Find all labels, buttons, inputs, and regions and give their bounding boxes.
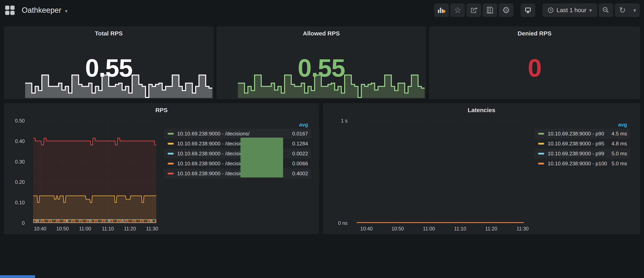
x-axis-tick-label: 11:00 <box>415 226 443 232</box>
save-icon <box>486 6 494 14</box>
x-axis-tick-label: 11:30 <box>138 226 166 232</box>
latencies-legend-table: avg10.10.69.238:9000 - p904.5 ms10.10.69… <box>534 121 630 168</box>
legend-overlay-box <box>240 138 283 177</box>
stat-value: 0.55 <box>4 53 213 82</box>
monitor-icon <box>524 6 532 14</box>
legend-avg-value: 0.0022 <box>288 151 308 157</box>
legend-avg-value: 5.0 ms <box>608 151 627 157</box>
y-axis-tick-label: 0.40 <box>4 138 25 144</box>
stat-value: 0.55 <box>217 53 426 82</box>
legend-row[interactable]: 10.10.69.238:9000 - p954.8 ms <box>534 139 630 149</box>
time-range-label: Last 1 hour <box>556 7 586 13</box>
add-panel-icon <box>437 6 446 14</box>
cycle-view-mode-button[interactable] <box>521 3 535 17</box>
panel-title[interactable]: RPS <box>4 107 319 113</box>
legend-avg-value: 0.0066 <box>288 161 308 167</box>
legend-row[interactable]: 10.10.69.238:9000 - /decisions/0.0022 <box>164 149 311 159</box>
panel-rps-graph: RPS avg10.10.69.238:9000 - /decisions/0.… <box>4 103 319 234</box>
add-row-button[interactable] <box>0 275 35 278</box>
rps-chart-plot[interactable] <box>33 121 156 223</box>
legend-row[interactable]: 10.10.69.238:9000 - p904.5 ms <box>534 129 630 139</box>
panel-title[interactable]: Denied RPS <box>429 30 640 37</box>
legend-series-label: 10.10.69.238:9000 - /decisions/ <box>177 161 250 167</box>
legend-avg-value: 5.0 ms <box>608 161 627 167</box>
legend-row[interactable]: 10.10.69.238:9000 - p995.0 ms <box>534 149 630 159</box>
series-color-swatch[interactable] <box>168 143 174 145</box>
stat-value: 0 <box>429 53 640 82</box>
zoom-out-time-button[interactable] <box>599 3 613 17</box>
star-dashboard-button[interactable]: ☆ <box>450 3 465 17</box>
chevron-down-icon: ▾ <box>589 7 592 13</box>
legend-series-label: 10.10.69.238:9000 - p99 <box>548 151 604 157</box>
grafana-dashboard: { "navbar": { "title": "Oathkeeper", "ti… <box>0 0 644 278</box>
dashboard-title: Oathkeeper <box>22 6 62 14</box>
share-icon <box>470 6 478 14</box>
time-range-picker[interactable]: Last 1 hour ▾ <box>543 3 597 17</box>
star-icon: ☆ <box>454 6 461 14</box>
series-color-swatch[interactable] <box>538 133 544 135</box>
share-dashboard-button[interactable] <box>466 3 481 17</box>
legend-series-label: 10.10.69.238:9000 - /decisions/ <box>177 170 250 177</box>
x-axis-tick-label: 11:10 <box>446 226 474 232</box>
gridline <box>33 223 156 223</box>
legend-avg-value: 0.1284 <box>288 141 308 147</box>
legend-avg-header: avg <box>534 121 630 129</box>
panel-denied-rps: Denied RPS 0 <box>429 27 640 99</box>
x-axis-tick-label: 11:20 <box>477 226 505 232</box>
panel-title[interactable]: Total RPS <box>4 30 213 37</box>
y-axis-tick-label: 0 <box>4 220 25 226</box>
series-color-swatch[interactable] <box>538 153 544 155</box>
y-axis-tick-label: 0.20 <box>4 179 25 185</box>
x-axis-tick-label: 10:40 <box>352 226 380 232</box>
y-axis-tick-label: 1 s <box>323 117 348 124</box>
panel-title[interactable]: Latencies <box>323 107 640 113</box>
chevron-down-icon: ▾ <box>65 8 68 14</box>
save-dashboard-button[interactable] <box>483 3 497 17</box>
legend-avg-value: 0.0167 <box>288 131 308 137</box>
legend-row[interactable]: 10.10.69.238:9000 - /decisions/0.1284 <box>164 139 311 149</box>
y-axis-tick-label: 0.50 <box>4 117 25 124</box>
legend-series-label: 10.10.69.238:9000 - p100 <box>548 161 607 167</box>
clock-icon <box>548 7 554 13</box>
series-color-swatch[interactable] <box>538 143 544 145</box>
chevron-down-icon: ▾ <box>633 7 636 13</box>
legend-avg-value: 4.8 ms <box>608 141 627 147</box>
refresh-icon: ↻ <box>619 6 626 14</box>
series-color-swatch[interactable] <box>168 173 174 174</box>
navbar-actions: ☆ ⚙ <box>432 3 640 17</box>
series-color-swatch[interactable] <box>168 153 174 155</box>
legend-series-label: 10.10.69.238:9000 - /decisions/ <box>177 151 250 157</box>
y-axis-tick-label: 0.10 <box>4 199 25 206</box>
legend-row[interactable]: 10.10.69.238:9000 - /decisions/0.0066 <box>164 159 311 168</box>
panel-total-rps: Total RPS 0.55 <box>4 27 214 99</box>
panel-title[interactable]: Allowed RPS <box>217 30 426 37</box>
legend-series-label: 10.10.69.238:9000 - /decisions/ <box>177 131 250 137</box>
legend-row[interactable]: 10.10.69.238:9000 - p1005.0 ms <box>534 159 630 168</box>
legend-row[interactable]: 10.10.69.238:9000 - /decisions/0.4002 <box>164 168 311 178</box>
navbar: Oathkeeper ▾ ☆ <box>0 0 644 20</box>
legend-avg-value: 4.5 ms <box>608 131 627 137</box>
legend-avg-header: avg <box>164 121 311 129</box>
panel-latencies-graph: Latencies avg10.10.69.238:9000 - p904.5 … <box>323 103 640 234</box>
refresh-button-group: ↻ ▾ <box>615 3 640 17</box>
legend-series-label: 10.10.69.238:9000 - p95 <box>548 141 604 147</box>
legend-series-label: 10.10.69.238:9000 - /decisions/ <box>177 141 250 147</box>
add-panel-button[interactable] <box>434 3 448 17</box>
grafana-logo-icon[interactable] <box>5 5 14 15</box>
refresh-interval-dropdown[interactable]: ▾ <box>630 4 640 16</box>
series-color-swatch[interactable] <box>168 133 174 135</box>
series-color-swatch[interactable] <box>538 163 544 165</box>
dashboard-title-dropdown[interactable]: Oathkeeper ▾ <box>14 6 68 14</box>
series-color-swatch[interactable] <box>168 163 174 165</box>
refresh-dashboard-button[interactable]: ↻ <box>615 4 630 16</box>
rps-legend-table: avg10.10.69.238:9000 - /decisions/0.0167… <box>164 121 311 178</box>
y-axis-tick-label: 0.30 <box>4 159 25 165</box>
y-axis-tick-label: 0 ns <box>323 220 348 226</box>
legend-row[interactable]: 10.10.69.238:9000 - /decisions/0.0167 <box>164 129 311 139</box>
legend-avg-value: 0.4002 <box>288 170 308 177</box>
x-axis-tick-label: 10:50 <box>384 226 412 232</box>
latencies-chart-plot[interactable] <box>356 121 524 223</box>
legend-series-label: 10.10.69.238:9000 - p90 <box>548 131 604 137</box>
dashboard-settings-button[interactable]: ⚙ <box>499 3 513 17</box>
x-axis-tick-label: 11:30 <box>508 226 536 232</box>
